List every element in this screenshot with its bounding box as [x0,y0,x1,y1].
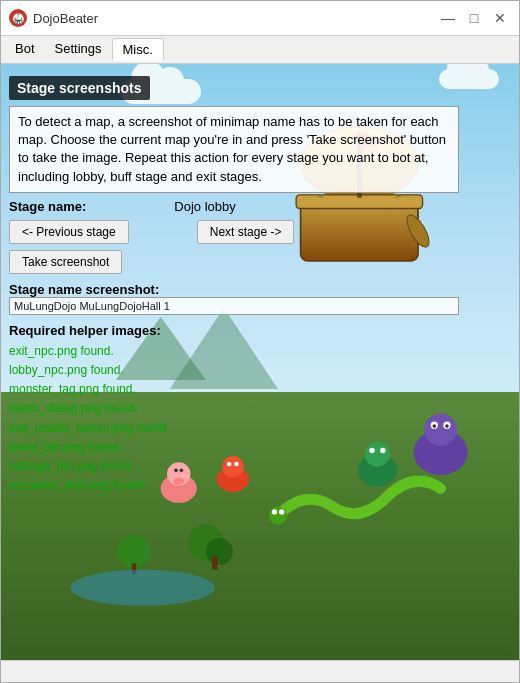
stage-name-value: Dojo lobby [174,199,235,214]
section-title: Stage screenshots [9,76,150,100]
previous-stage-button[interactable]: <- Previous stage [9,220,129,244]
description-text: To detect a map, a screenshot of minimap… [18,114,446,184]
next-stage-button[interactable]: Next stage -> [197,220,295,244]
content-area: Stage screenshots To detect a map, a scr… [1,64,519,660]
section-title-bg: Stage screenshots [9,76,511,100]
helper-item-1: lobby_npc.png found. [9,361,511,380]
helper-item-4: exit_results_button.png found. [9,419,511,438]
helper-item-7: occupied_dojo.png found. [9,476,511,495]
take-screenshot-container: Take screenshot [9,250,511,274]
helper-images-label: Required helper images: [9,323,511,338]
status-bar [1,660,519,682]
helper-item-2: monster_tag.png found. [9,380,511,399]
helper-item-5: world_btn.png found. [9,438,511,457]
helper-item-6: settings_btn.png found. [9,457,511,476]
minimize-button[interactable]: — [437,7,459,29]
menu-item-misc[interactable]: Misc. [112,38,164,61]
screenshot-label: Stage name screenshot: [9,282,511,297]
title-left: 🥋 DojoBeater [9,9,98,27]
window-controls: — □ ✕ [437,7,511,29]
app-icon: 🥋 [9,9,27,27]
stage-name-label: Stage name: [9,199,86,214]
helper-item-0: exit_npc.png found. [9,342,511,361]
menu-item-settings[interactable]: Settings [45,38,112,61]
close-button[interactable]: ✕ [489,7,511,29]
take-screenshot-button[interactable]: Take screenshot [9,250,122,274]
app-title: DojoBeater [33,11,98,26]
description-box: To detect a map, a screenshot of minimap… [9,106,459,193]
screenshot-section: Stage name screenshot: MuLungDojo MuLung… [9,280,511,315]
menu-item-bot[interactable]: Bot [5,38,45,61]
helper-images-section: Required helper images: exit_npc.png fou… [9,323,511,496]
screenshot-value: MuLungDojo MuLungDojoHall 1 [9,297,459,315]
overlay-content: Stage screenshots To detect a map, a scr… [1,64,519,503]
maximize-button[interactable]: □ [463,7,485,29]
title-bar: 🥋 DojoBeater — □ ✕ [1,1,519,36]
stage-name-row: Stage name: Dojo lobby [9,199,511,214]
navigation-buttons: <- Previous stage Next stage -> [9,220,511,244]
main-window: 🥋 DojoBeater — □ ✕ Bot Settings Misc. [0,0,520,683]
menu-bar: Bot Settings Misc. [1,36,519,64]
helper-item-3: death_dialog.png found. [9,399,511,418]
